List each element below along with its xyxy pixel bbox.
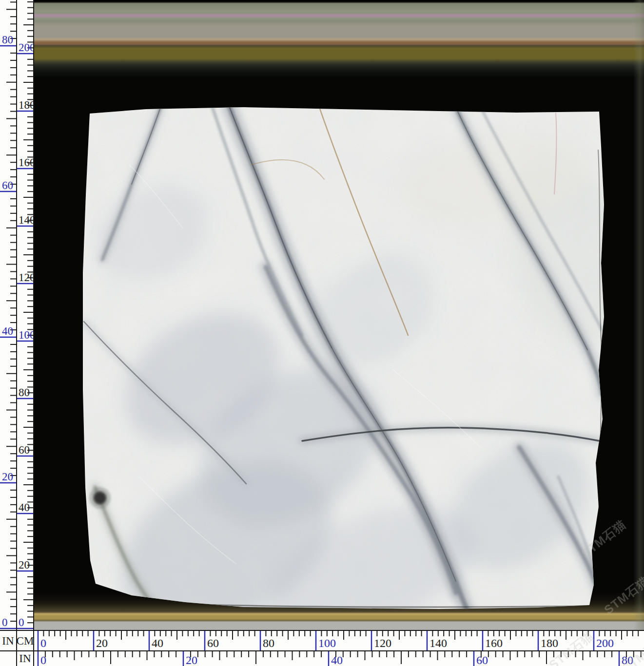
ruler-vertical-cm: 020406080100120140160180200 (17, 0, 33, 631)
scanner-artifact-bands-top (34, 0, 644, 78)
svg-text:200: 200 (596, 637, 614, 649)
ruler-horizontal-cm-scale: 020406080100120140160180200 (34, 631, 644, 651)
ruler-vertical-cm-scale: 020406080100120140160180200 (17, 0, 33, 631)
ruler-divider (0, 650, 644, 651)
corner-label-in-2: IN (17, 651, 33, 666)
svg-text:40: 40 (19, 501, 30, 514)
svg-text:140: 140 (429, 637, 447, 649)
svg-text:80: 80 (19, 386, 30, 399)
ruler-horizontal-in-scale: 020406080 (34, 651, 644, 666)
scan-area (34, 0, 644, 631)
svg-text:200: 200 (19, 41, 33, 54)
ruler-divider (33, 0, 34, 666)
svg-text:160: 160 (485, 637, 503, 649)
ruler-divider (16, 0, 17, 666)
svg-text:60: 60 (207, 637, 219, 649)
marble-surface (80, 106, 605, 609)
svg-text:0: 0 (40, 637, 46, 649)
svg-text:60: 60 (2, 179, 13, 191)
corner-label-cm: CM (17, 631, 33, 651)
svg-text:100: 100 (19, 329, 33, 341)
slab-scanner-page: 020406080 020406080100120140160180200 (0, 0, 644, 666)
svg-text:80: 80 (2, 34, 13, 46)
slab-image (80, 106, 605, 609)
svg-text:80: 80 (622, 654, 633, 666)
svg-text:40: 40 (2, 325, 13, 337)
svg-text:40: 40 (331, 654, 343, 666)
ruler-horizontal-in-row: IN 020406080 (0, 651, 644, 666)
svg-text:140: 140 (19, 214, 33, 226)
svg-text:0: 0 (2, 616, 8, 628)
ruler-divider (0, 630, 644, 631)
svg-text:20: 20 (96, 637, 108, 649)
svg-text:180: 180 (541, 637, 558, 649)
svg-text:120: 120 (19, 271, 33, 284)
ruler-vertical-inches: 020406080 (0, 0, 16, 631)
svg-text:180: 180 (19, 99, 33, 111)
ruler-vertical-inches-scale: 020406080 (0, 0, 16, 631)
scanner-edge-shading (633, 0, 644, 631)
svg-text:120: 120 (374, 637, 391, 649)
svg-text:0: 0 (40, 654, 46, 666)
svg-text:0: 0 (19, 616, 24, 628)
corner-label-in: IN (0, 631, 16, 651)
svg-text:160: 160 (19, 156, 33, 169)
svg-text:60: 60 (476, 654, 488, 666)
ruler-horizontal-cm-row: IN CM 020406080100120140160180200 (0, 631, 644, 651)
svg-text:80: 80 (263, 637, 274, 649)
svg-text:100: 100 (318, 637, 336, 649)
svg-text:40: 40 (152, 637, 163, 649)
svg-text:20: 20 (19, 559, 30, 571)
svg-text:60: 60 (19, 444, 30, 456)
svg-text:20: 20 (186, 654, 197, 666)
svg-text:20: 20 (2, 471, 13, 483)
